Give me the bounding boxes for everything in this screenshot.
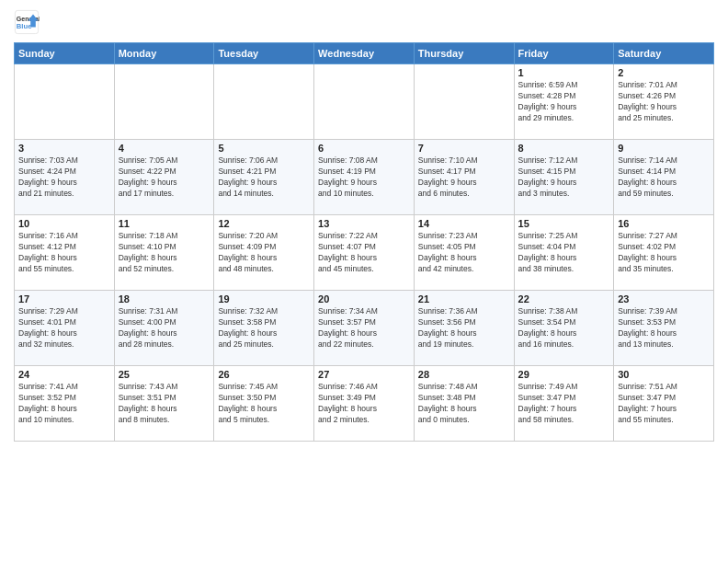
day-number: 16	[618, 218, 710, 229]
day-info: Sunrise: 7:41 AM Sunset: 3:52 PM Dayligh…	[18, 382, 110, 426]
weekday-thursday: Thursday	[414, 43, 514, 64]
day-info: Sunrise: 7:45 AM Sunset: 3:50 PM Dayligh…	[218, 382, 310, 426]
day-info: Sunrise: 7:31 AM Sunset: 4:00 PM Dayligh…	[119, 306, 210, 350]
day-info: Sunrise: 7:12 AM Sunset: 4:15 PM Dayligh…	[518, 155, 610, 200]
calendar-cell: 12Sunrise: 7:20 AM Sunset: 4:09 PM Dayli…	[214, 215, 314, 291]
logo-icon: General Blue	[14, 9, 40, 35]
calendar-cell	[15, 64, 115, 140]
day-info: Sunrise: 7:36 AM Sunset: 3:56 PM Dayligh…	[418, 306, 510, 350]
day-info: Sunrise: 7:14 AM Sunset: 4:14 PM Dayligh…	[618, 155, 710, 200]
calendar-cell: 14Sunrise: 7:23 AM Sunset: 4:05 PM Dayli…	[414, 215, 514, 291]
calendar-cell: 27Sunrise: 7:46 AM Sunset: 3:49 PM Dayli…	[314, 366, 415, 442]
day-info: Sunrise: 7:03 AM Sunset: 4:24 PM Dayligh…	[18, 155, 110, 200]
calendar-cell: 2Sunrise: 7:01 AM Sunset: 4:26 PM Daylig…	[614, 64, 714, 140]
day-number: 21	[418, 293, 510, 304]
day-info: Sunrise: 7:01 AM Sunset: 4:26 PM Dayligh…	[618, 80, 710, 124]
calendar-table: SundayMondayTuesdayWednesdayThursdayFrid…	[14, 42, 714, 442]
day-info: Sunrise: 7:18 AM Sunset: 4:10 PM Dayligh…	[119, 231, 210, 275]
week-row-5: 24Sunrise: 7:41 AM Sunset: 3:52 PM Dayli…	[15, 366, 714, 442]
day-number: 12	[218, 218, 310, 229]
calendar-cell: 21Sunrise: 7:36 AM Sunset: 3:56 PM Dayli…	[414, 291, 514, 366]
calendar-cell: 18Sunrise: 7:31 AM Sunset: 4:00 PM Dayli…	[114, 291, 214, 366]
calendar-cell: 15Sunrise: 7:25 AM Sunset: 4:04 PM Dayli…	[514, 215, 614, 291]
day-info: Sunrise: 7:05 AM Sunset: 4:22 PM Dayligh…	[119, 155, 210, 200]
calendar-cell: 8Sunrise: 7:12 AM Sunset: 4:15 PM Daylig…	[514, 140, 614, 215]
weekday-tuesday: Tuesday	[214, 43, 314, 64]
calendar-cell	[114, 64, 214, 140]
calendar-cell: 16Sunrise: 7:27 AM Sunset: 4:02 PM Dayli…	[614, 215, 714, 291]
calendar-cell: 4Sunrise: 7:05 AM Sunset: 4:22 PM Daylig…	[114, 140, 214, 215]
calendar-cell: 22Sunrise: 7:38 AM Sunset: 3:54 PM Dayli…	[514, 291, 614, 366]
day-info: Sunrise: 7:48 AM Sunset: 3:48 PM Dayligh…	[418, 382, 510, 426]
day-info: Sunrise: 7:51 AM Sunset: 3:47 PM Dayligh…	[618, 382, 710, 426]
day-number: 25	[119, 369, 210, 380]
calendar-cell: 7Sunrise: 7:10 AM Sunset: 4:17 PM Daylig…	[414, 140, 514, 215]
weekday-wednesday: Wednesday	[314, 43, 415, 64]
day-number: 15	[518, 218, 610, 229]
day-info: Sunrise: 7:08 AM Sunset: 4:19 PM Dayligh…	[318, 155, 410, 200]
calendar-cell: 28Sunrise: 7:48 AM Sunset: 3:48 PM Dayli…	[414, 366, 514, 442]
weekday-friday: Friday	[514, 43, 614, 64]
calendar-cell: 17Sunrise: 7:29 AM Sunset: 4:01 PM Dayli…	[15, 291, 115, 366]
calendar-cell: 29Sunrise: 7:49 AM Sunset: 3:47 PM Dayli…	[514, 366, 614, 442]
day-number: 8	[518, 143, 610, 154]
day-number: 22	[518, 293, 610, 304]
day-number: 7	[418, 143, 510, 154]
calendar-cell: 9Sunrise: 7:14 AM Sunset: 4:14 PM Daylig…	[614, 140, 714, 215]
day-info: Sunrise: 7:16 AM Sunset: 4:12 PM Dayligh…	[18, 231, 110, 275]
day-info: Sunrise: 6:59 AM Sunset: 4:28 PM Dayligh…	[518, 80, 610, 124]
calendar-cell: 20Sunrise: 7:34 AM Sunset: 3:57 PM Dayli…	[314, 291, 415, 366]
day-number: 1	[518, 67, 610, 78]
day-number: 10	[18, 218, 110, 229]
day-number: 2	[618, 67, 710, 78]
weekday-header-row: SundayMondayTuesdayWednesdayThursdayFrid…	[15, 43, 714, 64]
day-info: Sunrise: 7:43 AM Sunset: 3:51 PM Dayligh…	[119, 382, 210, 426]
day-info: Sunrise: 7:06 AM Sunset: 4:21 PM Dayligh…	[218, 155, 310, 200]
calendar-cell: 6Sunrise: 7:08 AM Sunset: 4:19 PM Daylig…	[314, 140, 415, 215]
calendar-cell: 10Sunrise: 7:16 AM Sunset: 4:12 PM Dayli…	[15, 215, 115, 291]
day-info: Sunrise: 7:29 AM Sunset: 4:01 PM Dayligh…	[18, 306, 110, 350]
day-number: 20	[318, 293, 410, 304]
calendar-cell: 23Sunrise: 7:39 AM Sunset: 3:53 PM Dayli…	[614, 291, 714, 366]
day-info: Sunrise: 7:32 AM Sunset: 3:58 PM Dayligh…	[218, 306, 310, 350]
weekday-saturday: Saturday	[614, 43, 714, 64]
day-info: Sunrise: 7:49 AM Sunset: 3:47 PM Dayligh…	[518, 382, 610, 426]
calendar-cell	[414, 64, 514, 140]
weekday-sunday: Sunday	[15, 43, 115, 64]
day-info: Sunrise: 7:27 AM Sunset: 4:02 PM Dayligh…	[618, 231, 710, 275]
day-info: Sunrise: 7:38 AM Sunset: 3:54 PM Dayligh…	[518, 306, 610, 350]
header: General Blue	[14, 9, 714, 35]
weekday-monday: Monday	[114, 43, 214, 64]
day-number: 23	[618, 293, 710, 304]
day-info: Sunrise: 7:39 AM Sunset: 3:53 PM Dayligh…	[618, 306, 710, 350]
week-row-4: 17Sunrise: 7:29 AM Sunset: 4:01 PM Dayli…	[15, 291, 714, 366]
calendar-cell: 11Sunrise: 7:18 AM Sunset: 4:10 PM Dayli…	[114, 215, 214, 291]
day-number: 4	[119, 143, 210, 154]
week-row-2: 3Sunrise: 7:03 AM Sunset: 4:24 PM Daylig…	[15, 140, 714, 215]
week-row-1: 1Sunrise: 6:59 AM Sunset: 4:28 PM Daylig…	[15, 64, 714, 140]
calendar-cell: 5Sunrise: 7:06 AM Sunset: 4:21 PM Daylig…	[214, 140, 314, 215]
day-number: 17	[18, 293, 110, 304]
calendar-cell: 13Sunrise: 7:22 AM Sunset: 4:07 PM Dayli…	[314, 215, 415, 291]
day-number: 9	[618, 143, 710, 154]
day-number: 19	[218, 293, 310, 304]
page: General Blue SundayMondayTuesdayWednesda…	[0, 0, 728, 563]
day-info: Sunrise: 7:10 AM Sunset: 4:17 PM Dayligh…	[418, 155, 510, 200]
day-number: 13	[318, 218, 410, 229]
day-info: Sunrise: 7:23 AM Sunset: 4:05 PM Dayligh…	[418, 231, 510, 275]
day-info: Sunrise: 7:22 AM Sunset: 4:07 PM Dayligh…	[318, 231, 410, 275]
day-info: Sunrise: 7:34 AM Sunset: 3:57 PM Dayligh…	[318, 306, 410, 350]
day-info: Sunrise: 7:20 AM Sunset: 4:09 PM Dayligh…	[218, 231, 310, 275]
logo: General Blue	[14, 9, 43, 35]
day-number: 3	[18, 143, 110, 154]
calendar-cell: 3Sunrise: 7:03 AM Sunset: 4:24 PM Daylig…	[15, 140, 115, 215]
calendar-cell: 1Sunrise: 6:59 AM Sunset: 4:28 PM Daylig…	[514, 64, 614, 140]
day-number: 26	[218, 369, 310, 380]
calendar-cell: 26Sunrise: 7:45 AM Sunset: 3:50 PM Dayli…	[214, 366, 314, 442]
day-info: Sunrise: 7:25 AM Sunset: 4:04 PM Dayligh…	[518, 231, 610, 275]
day-number: 18	[119, 293, 210, 304]
calendar-cell: 24Sunrise: 7:41 AM Sunset: 3:52 PM Dayli…	[15, 366, 115, 442]
day-number: 27	[318, 369, 410, 380]
day-number: 29	[518, 369, 610, 380]
calendar-cell	[314, 64, 415, 140]
